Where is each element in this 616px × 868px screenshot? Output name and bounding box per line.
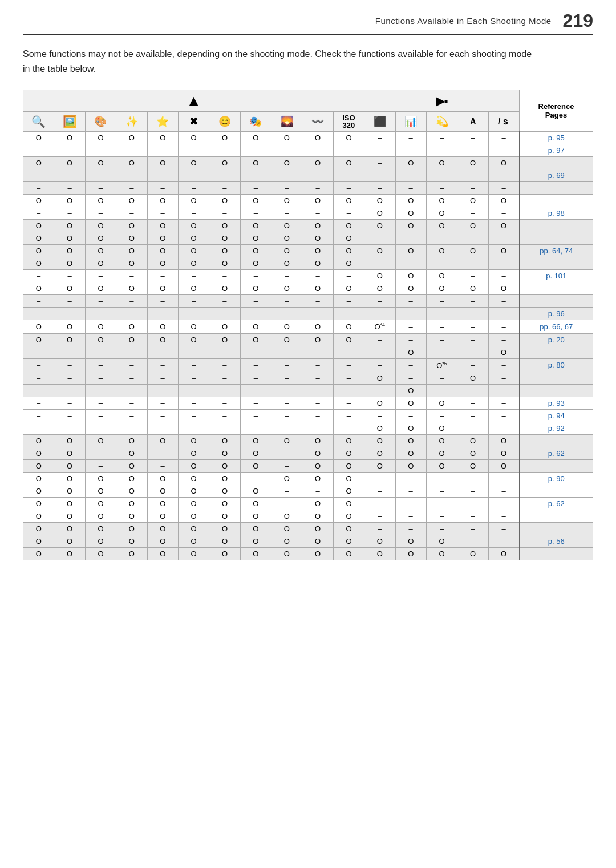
table-cell: –	[488, 535, 519, 547]
table-cell: O	[116, 195, 147, 207]
table-cell: –	[209, 358, 240, 372]
table-cell: O	[54, 547, 85, 560]
ref-link: p. 94	[548, 411, 565, 420]
table-cell: –	[178, 372, 209, 384]
table-cell: O	[426, 282, 457, 295]
table-cell: –	[426, 232, 457, 245]
table-cell: O	[85, 535, 116, 547]
table-cell: O	[209, 132, 240, 144]
table-cell: –	[85, 346, 116, 358]
page-title: Functions Available in Each Shooting Mod…	[375, 16, 552, 26]
table-cell: O	[395, 447, 426, 459]
ref-cell	[520, 195, 593, 207]
table-cell: –	[426, 182, 457, 195]
table-cell: O	[85, 245, 116, 257]
ref-link: p. 95	[548, 134, 565, 142]
ref-cell	[520, 522, 593, 535]
table-cell: –	[85, 447, 116, 459]
table-cell: O	[302, 447, 333, 459]
icon-rect: ⬛	[364, 112, 395, 132]
ref-cell: pp. 66, 67	[520, 320, 593, 333]
table-cell: O	[333, 485, 364, 497]
table-cell: –	[178, 422, 209, 434]
table-cell: –	[147, 207, 178, 220]
table-cell: O	[54, 245, 85, 257]
table-cell: –	[271, 397, 302, 409]
table-cell: O	[23, 522, 54, 535]
table-cell: –	[85, 409, 116, 422]
header-row-sections: ▲ ▶▪ ReferencePages	[23, 90, 593, 112]
table-cell: O	[116, 434, 147, 447]
table-cell: O	[333, 472, 364, 485]
table-cell: –	[209, 144, 240, 157]
table-cell: O	[271, 522, 302, 535]
table-cell: –	[23, 182, 54, 195]
table-cell: O	[85, 232, 116, 245]
table-cell: –	[333, 270, 364, 282]
table-cell: O	[54, 485, 85, 497]
table-cell: O	[54, 497, 85, 510]
table-cell: O	[333, 547, 364, 560]
table-cell: O	[271, 547, 302, 560]
table-cell: –	[116, 346, 147, 358]
table-cell: –	[333, 182, 364, 195]
table-cell: O	[364, 195, 395, 207]
ref-cell: p. 62	[520, 497, 593, 510]
table-cell: –	[178, 295, 209, 308]
table-cell: –	[333, 169, 364, 182]
table-cell: O	[85, 282, 116, 295]
table-cell: O	[116, 220, 147, 232]
table-cell: –	[457, 308, 488, 320]
table-cell: O	[333, 535, 364, 547]
ref-cell	[520, 459, 593, 472]
table-cell: –	[333, 384, 364, 397]
table-cell: –	[54, 358, 85, 372]
table-cell: –	[457, 207, 488, 220]
table-cell: –	[240, 409, 271, 422]
table-cell: O	[147, 132, 178, 144]
table-cell: O	[209, 333, 240, 346]
table-cell: –	[147, 409, 178, 422]
ref-cell	[520, 220, 593, 232]
table-cell: –	[457, 333, 488, 346]
table-cell: O	[147, 282, 178, 295]
table-cell: O	[178, 245, 209, 257]
table-cell: –	[240, 295, 271, 308]
table-row: OOOOOOOOOOOOOOOOpp. 64, 74	[23, 245, 593, 257]
table-cell: –	[395, 497, 426, 510]
ref-header: ReferencePages	[520, 90, 593, 132]
table-cell: –	[457, 257, 488, 270]
table-cell: O	[271, 320, 302, 333]
table-cell: O	[395, 270, 426, 282]
table-cell: –	[488, 384, 519, 397]
table-cell: –	[333, 372, 364, 384]
table-cell: O	[54, 472, 85, 485]
table-cell: O	[240, 459, 271, 472]
table-cell: O	[147, 472, 178, 485]
table-cell: O	[85, 547, 116, 560]
table-cell: O	[240, 497, 271, 510]
table-cell: –	[395, 522, 426, 535]
table-cell: –	[54, 397, 85, 409]
table-row: OOOOOOOOOOO–––––	[23, 232, 593, 245]
table-cell: O	[488, 547, 519, 560]
table-cell: O	[23, 447, 54, 459]
table-cell: –	[116, 372, 147, 384]
table-cell: O	[23, 434, 54, 447]
table-cell: O	[364, 447, 395, 459]
table-cell: O	[178, 547, 209, 560]
table-cell: O	[488, 220, 519, 232]
table-cell: –	[364, 132, 395, 144]
table-cell: O	[333, 510, 364, 522]
table-cell: –	[333, 207, 364, 220]
table-cell: O	[333, 434, 364, 447]
table-cell: –	[426, 144, 457, 157]
table-cell: O	[116, 485, 147, 497]
table-cell: O	[457, 459, 488, 472]
table-cell: –	[395, 510, 426, 522]
table-cell: O	[488, 245, 519, 257]
table-cell: –	[488, 169, 519, 182]
ref-cell	[520, 434, 593, 447]
table-cell: –	[147, 270, 178, 282]
table-cell: –	[54, 144, 85, 157]
